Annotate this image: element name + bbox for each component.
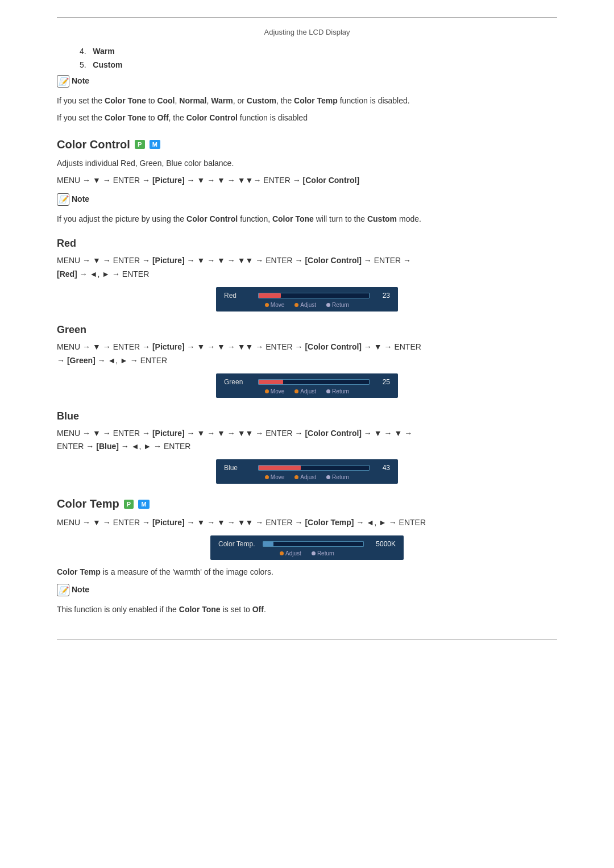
note-label-1: Note: [72, 76, 89, 85]
blue-osd: Blue 43 Move Adjust Return: [216, 459, 398, 484]
red-osd-return: Return: [326, 302, 349, 308]
blue-dot-move: [265, 475, 269, 479]
note-icon-ct: 📝: [57, 584, 69, 596]
note-block-color-temp: 📝 Note: [57, 585, 557, 596]
red-dot-move: [265, 303, 269, 307]
list-item-warm: 4. Warm: [80, 47, 557, 56]
color-temp-osd: Color Temp. 5000K Adjust Return: [210, 535, 404, 560]
red-osd: Red 23 Move Adjust Return: [216, 287, 398, 312]
blue-osd-bar-track: [258, 465, 370, 471]
color-temp-dot-adjust: [280, 551, 284, 555]
blue-dot-return: [326, 475, 330, 479]
red-menu-path: MENU → ▼ → ENTER → [Picture] → ▼ → ▼ → ▼…: [57, 254, 557, 281]
item-num: 5.: [80, 60, 86, 69]
red-osd-bar-fill: [259, 293, 281, 298]
green-footer-adjust: Adjust: [300, 388, 316, 394]
badge-p-color-temp: P: [124, 500, 134, 509]
blue-osd-row: Blue 43: [224, 464, 390, 472]
green-dot-move: [265, 389, 269, 393]
color-temp-title: Color Temp: [57, 497, 119, 510]
red-osd-bar-track: [258, 293, 370, 298]
color-control-menu-path: MENU → ▼ → ENTER → [Picture] → ▼ → ▼ → ▼…: [57, 174, 557, 188]
color-temp-osd-row: Color Temp. 5000K: [218, 540, 396, 548]
blue-heading: Blue: [57, 410, 557, 422]
color-temp-osd-value: 5000K: [368, 540, 396, 548]
color-temp-osd-label: Color Temp.: [218, 540, 258, 548]
color-temp-menu-path: MENU → ▼ → ENTER → [Picture] → ▼ → ▼ → ▼…: [57, 516, 557, 530]
badge-p-color-control: P: [135, 140, 145, 149]
blue-osd-bar-fill: [259, 466, 301, 470]
green-heading: Green: [57, 324, 557, 336]
item-label-warm: Warm: [93, 47, 114, 56]
note-icon-1: 📝: [57, 75, 69, 88]
green-osd-return: Return: [326, 388, 349, 394]
color-temp-desc: Color Temp is a measure of the 'warmth' …: [57, 566, 557, 578]
red-footer-return: Return: [332, 302, 349, 308]
color-control-desc: Adjusts individual Red, Green, Blue colo…: [57, 157, 557, 169]
color-temp-note-text: This function is only enabled if the Col…: [57, 603, 557, 616]
page-title: Adjusting the LCD Display: [57, 28, 557, 36]
color-temp-footer-adjust: Adjust: [285, 550, 301, 556]
note-block-color-control: 📝 Note: [57, 194, 557, 206]
color-temp-dot-return: [312, 551, 316, 555]
green-menu-path: MENU → ▼ → ENTER → [Picture] → ▼ → ▼ → ▼…: [57, 340, 557, 368]
green-osd-bar-track: [258, 379, 370, 385]
red-footer-adjust: Adjust: [300, 302, 316, 308]
blue-osd-move: Move: [265, 474, 284, 480]
blue-footer-return: Return: [332, 474, 349, 480]
red-osd-value: 23: [374, 292, 390, 300]
blue-osd-adjust: Adjust: [294, 474, 316, 480]
note-label-cc: Note: [72, 194, 89, 203]
blue-footer-adjust: Adjust: [300, 474, 316, 480]
red-footer-move: Move: [271, 302, 284, 308]
item-num: 4.: [80, 47, 86, 56]
red-osd-label: Red: [224, 292, 254, 300]
item-label-custom: Custom: [93, 60, 122, 69]
note-label-ct: Note: [72, 585, 89, 594]
badge-m-color-control: M: [150, 140, 161, 149]
blue-osd-return: Return: [326, 474, 349, 480]
red-osd-footer: Move Adjust Return: [224, 302, 390, 308]
red-osd-adjust: Adjust: [294, 302, 316, 308]
blue-osd-footer: Move Adjust Return: [224, 474, 390, 480]
color-temp-footer-return: Return: [317, 550, 334, 556]
bottom-rule: [57, 639, 557, 639]
color-temp-osd-return: Return: [312, 550, 334, 556]
red-osd-row: Red 23: [224, 292, 390, 300]
color-temp-heading: Color Temp P M: [57, 497, 557, 510]
green-footer-return: Return: [332, 388, 349, 394]
color-control-note-text: If you adjust the picture by using the C…: [57, 213, 557, 225]
blue-menu-path: MENU → ▼ → ENTER → [Picture] → ▼ → ▼ → ▼…: [57, 427, 557, 454]
red-dot-adjust: [294, 303, 298, 307]
green-osd-adjust: Adjust: [294, 388, 316, 394]
green-osd-move: Move: [265, 388, 284, 394]
note1-text2: If you set the Color Tone to Off, the Co…: [57, 111, 557, 124]
badge-m-color-temp: M: [138, 500, 150, 509]
note-block-1: 📝 Note: [57, 76, 557, 88]
green-dot-adjust: [294, 389, 298, 393]
blue-footer-move: Move: [271, 474, 284, 480]
green-dot-return: [326, 389, 330, 393]
green-osd: Green 25 Move Adjust Return: [216, 373, 398, 398]
color-temp-osd-adjust: Adjust: [280, 550, 301, 556]
color-temp-osd-bar-fill: [263, 542, 273, 546]
green-osd-value: 25: [374, 378, 390, 386]
green-osd-footer: Move Adjust Return: [224, 388, 390, 394]
blue-osd-label: Blue: [224, 464, 254, 472]
blue-dot-adjust: [294, 475, 298, 479]
green-footer-move: Move: [271, 388, 284, 394]
green-osd-label: Green: [224, 378, 254, 386]
color-control-heading: Color Control P M: [57, 138, 557, 151]
note-icon-cc: 📝: [57, 193, 69, 206]
color-control-title: Color Control: [57, 138, 130, 151]
red-dot-return: [326, 303, 330, 307]
list-item-custom: 5. Custom: [80, 60, 557, 69]
color-temp-osd-bar-track: [263, 541, 364, 547]
green-osd-bar-fill: [259, 380, 283, 384]
red-osd-move: Move: [265, 302, 284, 308]
color-temp-osd-footer: Adjust Return: [218, 550, 396, 556]
red-heading: Red: [57, 238, 557, 250]
note1-text1: If you set the Color Tone to Cool, Norma…: [57, 94, 557, 107]
blue-osd-value: 43: [374, 464, 390, 472]
green-osd-row: Green 25: [224, 378, 390, 386]
